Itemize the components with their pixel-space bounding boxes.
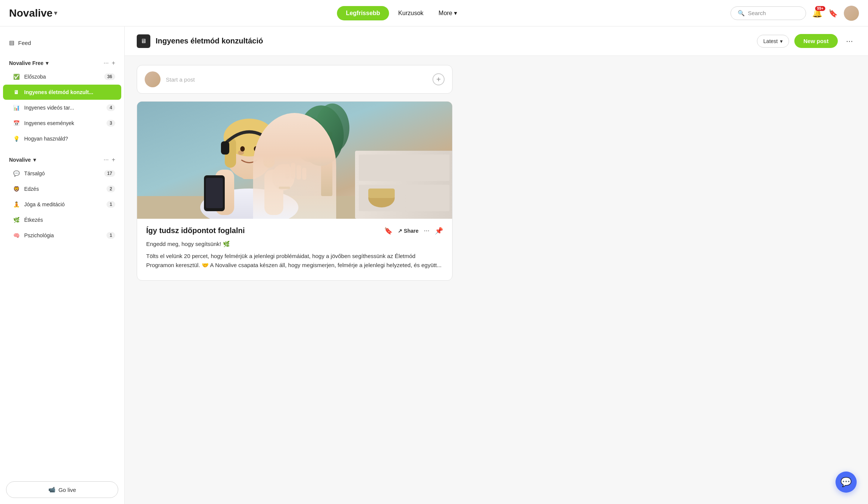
post-text: Engedd meg, hogy segítsünk! 🌿 Tölts el v…	[146, 240, 443, 270]
group1-chevron-icon: ▾	[46, 60, 48, 66]
search-box[interactable]: 🔍 Search	[731, 6, 806, 20]
svg-rect-15	[264, 170, 283, 215]
joga-icon: 🧘	[12, 200, 20, 209]
user-avatar[interactable]	[844, 6, 859, 21]
sidebar-item-etkezes[interactable]: 🌿 Étkezés	[3, 212, 121, 227]
group1-actions: ··· +	[103, 60, 115, 66]
svg-rect-4	[406, 155, 449, 181]
group2-plus-button[interactable]: +	[112, 156, 115, 163]
sidebar-item-eloszoba[interactable]: ✅ Előszoba 36	[3, 69, 121, 84]
share-icon: ↗	[398, 228, 402, 234]
go-live-button[interactable]: 📹 Go live	[6, 481, 118, 498]
group2-name: Novalive	[9, 157, 31, 163]
legfrissebb-button[interactable]: Legfrissebb	[337, 6, 389, 20]
post-title: Így tudsz időpontot foglalni	[146, 226, 380, 235]
notification-badge: 99+	[815, 6, 825, 11]
sidebar-item-pszichologia[interactable]: 🧠 Pszichológia 1	[3, 228, 121, 243]
post-share-button[interactable]: ↗ Share	[398, 228, 419, 234]
svg-rect-32	[297, 165, 301, 179]
sidebar-item-ingyenes-esemenyek[interactable]: 📅 Ingyenes események 3	[3, 116, 121, 131]
avatar-image	[844, 6, 859, 21]
logo-text: Novalive	[9, 7, 53, 19]
nav-center: Legfrissebb Kurzusok More ▾	[69, 6, 731, 20]
svg-point-26	[254, 146, 258, 152]
post-line2: Tölts el velünk 20 percet, hogy felmérjü…	[146, 252, 443, 270]
sidebar-group2-section: Novalive ▾ ··· + 💬 Társalgó 17 🦁 Edzés 2…	[0, 150, 124, 246]
kurzusok-button[interactable]: Kurzusok	[392, 6, 429, 20]
group2-actions: ··· +	[103, 156, 115, 163]
bookmark-button[interactable]: 🔖	[828, 9, 838, 18]
sidebar-item-tarsalgo[interactable]: 💬 Társalgó 17	[3, 166, 121, 181]
post-image	[137, 102, 452, 219]
composer-plus-button[interactable]: +	[432, 73, 445, 85]
post-card: Így tudsz időpontot foglalni 🔖 ↗ Share ·…	[137, 101, 453, 281]
svg-point-25	[240, 146, 245, 152]
post-pin-button[interactable]: 📌	[435, 227, 443, 235]
edzes-icon: 🦁	[12, 185, 20, 193]
logo[interactable]: Novalive ▾	[9, 7, 57, 19]
page-more-button[interactable]: ···	[843, 35, 856, 48]
app-body: ▤ Feed Novalive Free ▾ ··· + ✅ Előszoba …	[0, 26, 868, 504]
sidebar-item-edzes[interactable]: 🦁 Edzés 2	[3, 181, 121, 196]
svg-rect-22	[269, 141, 278, 155]
composer-avatar	[145, 71, 161, 87]
main-content: 🖥 Ingyenes életmód konzultáció Latest ▾ …	[125, 26, 868, 504]
hogyan-icon: 💡	[12, 135, 20, 143]
group1-dots-button[interactable]: ···	[103, 60, 108, 66]
top-navigation: Novalive ▾ Legfrissebb Kurzusok More ▾ 🔍…	[0, 0, 868, 26]
group2-dots-button[interactable]: ···	[103, 156, 108, 163]
svg-rect-21	[221, 141, 229, 155]
videos-icon: 📊	[12, 104, 20, 112]
more-chevron-icon: ▾	[454, 9, 457, 17]
svg-rect-33	[302, 168, 306, 180]
post-title-row: Így tudsz időpontot foglalni 🔖 ↗ Share ·…	[146, 226, 443, 235]
svg-rect-3	[359, 155, 402, 181]
group1-plus-button[interactable]: +	[112, 60, 115, 66]
sidebar: ▤ Feed Novalive Free ▾ ··· + ✅ Előszoba …	[0, 26, 125, 504]
more-button[interactable]: More ▾	[432, 6, 463, 20]
post-bookmark-button[interactable]: 🔖	[384, 227, 392, 235]
eloszoba-icon: ✅	[12, 73, 20, 81]
svg-point-24	[255, 150, 261, 155]
page-header-icon: 🖥	[137, 34, 150, 48]
esemenyek-icon: 📅	[12, 119, 20, 127]
search-icon: 🔍	[738, 10, 745, 17]
svg-rect-20	[263, 138, 275, 168]
sidebar-group1-section: Novalive Free ▾ ··· + ✅ Előszoba 36 🖥 In…	[0, 53, 124, 150]
nav-right: 🔍 Search 🔔 99+ 🔖	[731, 6, 859, 21]
svg-rect-31	[291, 163, 295, 179]
svg-rect-34	[279, 187, 290, 189]
composer-placeholder[interactable]: Start a post	[166, 76, 427, 83]
tarsalgo-icon: 💬	[12, 169, 20, 178]
svg-rect-7	[321, 132, 332, 196]
sidebar-item-feed[interactable]: ▤ Feed	[0, 36, 124, 50]
pszichologia-icon: 🧠	[12, 231, 20, 240]
post-line1: Engedd meg, hogy segítsünk! 🌿	[146, 240, 443, 249]
go-live-icon: 📹	[48, 486, 56, 493]
post-more-button[interactable]: ···	[424, 227, 429, 235]
post-composer: Start a post +	[137, 65, 453, 94]
svg-rect-6	[406, 185, 449, 211]
latest-chevron-icon: ▾	[780, 38, 783, 44]
sidebar-item-hogyan[interactable]: 💡 Hogyan használd?	[3, 131, 121, 146]
group2-chevron-icon: ▾	[33, 157, 36, 163]
feed-area: Start a post +	[125, 56, 465, 290]
sidebar-group2-header: Novalive ▾ ··· +	[0, 153, 124, 165]
new-post-button[interactable]: New post	[794, 34, 838, 48]
etkezes-icon: 🌿	[12, 216, 20, 224]
sidebar-item-ingyenes-eletmod[interactable]: 🖥 Ingyenes életmód konzult...	[3, 85, 121, 100]
logo-chevron-icon: ▾	[54, 9, 57, 17]
feed-icon: ▤	[9, 39, 14, 46]
sidebar-item-ingyenes-videos[interactable]: 📊 Ingyenes videós tar... 4	[3, 100, 121, 115]
svg-point-9	[315, 104, 349, 153]
svg-point-10	[295, 117, 325, 162]
chat-icon: 💬	[840, 477, 852, 487]
group1-name: Novalive Free	[9, 60, 43, 66]
latest-sort-button[interactable]: Latest ▾	[757, 35, 789, 48]
post-actions: 🔖 ↗ Share ··· 📌	[384, 227, 443, 235]
post-body: Így tudsz időpontot foglalni 🔖 ↗ Share ·…	[137, 219, 452, 280]
eletmod-icon: 🖥	[12, 88, 20, 96]
sidebar-item-joga[interactable]: 🧘 Jóga & meditáció 1	[3, 197, 121, 212]
chat-bubble-button[interactable]: 💬	[836, 472, 857, 493]
notifications-button[interactable]: 🔔 99+	[812, 8, 822, 18]
